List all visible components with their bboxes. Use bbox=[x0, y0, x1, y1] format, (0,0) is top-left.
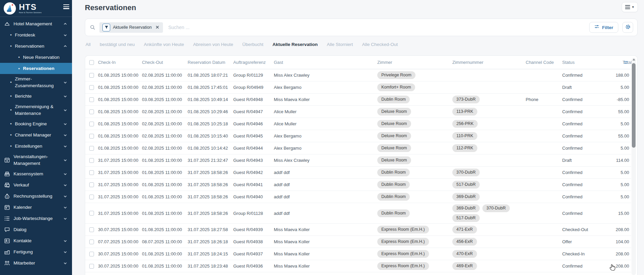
sidebar-item-kassensystem[interactable]: Kassensystem bbox=[0, 168, 72, 179]
chevron-down-icon[interactable] bbox=[63, 158, 67, 162]
sidebar-item-booking-engine[interactable]: •Booking Engine bbox=[0, 118, 72, 129]
column-header-channel-code[interactable]: Channel Code bbox=[526, 60, 562, 65]
chevron-down-icon[interactable] bbox=[63, 205, 67, 209]
settings-gear-button[interactable] bbox=[622, 22, 633, 33]
table-row[interactable]: 01.08.2025 15:00:0002.08.2025 11:00:0001… bbox=[85, 106, 631, 118]
table-row[interactable]: 01.08.2025 15:00:0002.08.2025 11:00:0001… bbox=[85, 130, 631, 142]
scrollbar-thumb[interactable] bbox=[632, 63, 636, 148]
row-checkbox[interactable] bbox=[89, 252, 94, 256]
row-checkbox[interactable] bbox=[89, 227, 94, 232]
tab-abreisen-von-heute[interactable]: Abreisen von Heute bbox=[193, 42, 233, 47]
chevron-down-icon[interactable] bbox=[63, 250, 67, 254]
sidebar-item-neue-reservation[interactable]: •Neue Reservation bbox=[0, 52, 72, 63]
sidebar-item-rechnungsstellung[interactable]: $Rechnungsstellung bbox=[0, 191, 72, 202]
column-header-auftragsreferenz[interactable]: Auftragsreferenz bbox=[233, 60, 274, 65]
sidebar-item-dialog[interactable]: Dialog bbox=[0, 224, 72, 235]
row-checkbox[interactable] bbox=[89, 240, 94, 244]
row-checkbox[interactable] bbox=[89, 195, 94, 199]
hts-logo-icon[interactable] bbox=[3, 2, 16, 15]
sidebar-item-veranstaltungen-management[interactable]: Veranstaltungen-Management bbox=[0, 152, 72, 168]
sidebar-item-zimmer-zusammenfassung[interactable]: •Zimmer-Zusammenfassung bbox=[0, 74, 72, 91]
chevron-down-icon[interactable] bbox=[63, 80, 67, 84]
sidebar-item-mitarbeiter[interactable]: Mitarbeiter bbox=[0, 257, 72, 269]
row-checkbox[interactable] bbox=[89, 182, 94, 187]
sidebar-item-reservationen[interactable]: •Reservationen bbox=[0, 41, 72, 52]
row-checkbox[interactable] bbox=[89, 264, 94, 269]
sidebar-item-reservationen[interactable]: •Reservationen bbox=[0, 63, 72, 74]
chevron-down-icon[interactable] bbox=[63, 194, 67, 198]
tab-berbucht[interactable]: Überbucht bbox=[242, 42, 263, 47]
table-row[interactable]: 31.07.2025 15:00:0001.08.2025 11:00:0031… bbox=[85, 191, 631, 203]
chevron-up-icon[interactable] bbox=[63, 22, 67, 26]
table-row[interactable]: 31.07.2025 15:00:0001.08.2025 11:00:0031… bbox=[85, 167, 631, 179]
row-checkbox[interactable] bbox=[89, 211, 94, 216]
row-checkbox[interactable] bbox=[89, 134, 94, 139]
table-row[interactable]: 01.08.2025 15:00:0002.08.2025 11:00:0001… bbox=[85, 69, 631, 81]
sidebar-item-zimmerreinigung-maintenance[interactable]: •Zimmerreinigung & Maintenance bbox=[0, 102, 72, 118]
row-checkbox[interactable] bbox=[89, 158, 94, 163]
column-header-reservation-datum[interactable]: Reservation Datum bbox=[188, 60, 233, 65]
row-checkbox[interactable] bbox=[89, 146, 94, 151]
row-checkbox[interactable] bbox=[89, 109, 94, 114]
search-input[interactable] bbox=[168, 25, 589, 30]
sidebar-item-kalender[interactable]: Kalender bbox=[0, 202, 72, 213]
table-row[interactable]: 31.07.2025 15:00:0001.08.2025 11:00:0031… bbox=[85, 154, 631, 167]
active-filter-chip[interactable]: Aktuelle Reservation bbox=[99, 22, 163, 33]
sidebar-toggle-icon[interactable] bbox=[63, 4, 69, 10]
column-header-status[interactable]: Status bbox=[562, 60, 606, 65]
column-header-gast[interactable]: Gast bbox=[274, 60, 377, 65]
chip-close-icon[interactable] bbox=[155, 25, 160, 30]
sidebar-item-channel-manager[interactable]: •Channel Manager bbox=[0, 129, 72, 141]
chevron-down-icon[interactable] bbox=[63, 33, 67, 37]
tab-alle-storniert[interactable]: Alle Storniert bbox=[327, 42, 353, 47]
chevron-down-icon[interactable] bbox=[63, 172, 67, 176]
column-header-check-in[interactable]: Check-In bbox=[98, 60, 142, 65]
view-switcher-button[interactable]: ▼ bbox=[622, 2, 638, 12]
chevron-down-icon[interactable] bbox=[63, 144, 67, 148]
table-row[interactable]: 30.07.2025 15:00:0001.08.2025 11:00:0031… bbox=[85, 260, 631, 272]
table-row[interactable]: 07.07.2025 15:00:0008.07.2025 11:00:0031… bbox=[85, 236, 631, 248]
sidebar-item-hotel-management[interactable]: Hotel Management bbox=[0, 18, 72, 29]
chevron-down-icon[interactable] bbox=[63, 261, 67, 265]
select-all-checkbox[interactable] bbox=[89, 60, 94, 65]
chevron-down-icon[interactable] bbox=[63, 94, 67, 98]
sidebar-item-berichte[interactable]: •Berichte bbox=[0, 91, 72, 102]
sidebar-item-fertigung[interactable]: Fertigung bbox=[0, 246, 72, 257]
table-row[interactable]: 01.08.2025 15:00:0003.08.2025 11:00:0001… bbox=[85, 94, 631, 106]
tab-all[interactable]: All bbox=[86, 42, 91, 47]
sidebar-item-einstellungen[interactable]: •Einstellungen bbox=[0, 141, 72, 152]
row-checkbox[interactable] bbox=[89, 97, 94, 102]
table-row[interactable]: 31.07.2025 15:00:0001.08.2025 11:00:0031… bbox=[85, 179, 631, 191]
column-header-zimmer[interactable]: Zimmer bbox=[377, 60, 452, 65]
table-row[interactable]: 31.07.2025 15:00:0001.08.2025 11:00:0031… bbox=[85, 203, 631, 224]
table-row[interactable]: 30.07.2025 15:00:0001.08.2025 11:00:0031… bbox=[85, 248, 631, 260]
chevron-up-icon[interactable] bbox=[63, 44, 67, 48]
scrollbar-up-arrow-icon[interactable] bbox=[633, 58, 635, 60]
chevron-down-icon[interactable] bbox=[63, 217, 67, 221]
tab-best-tigt-und-neu[interactable]: bestätigt und neu bbox=[100, 42, 135, 47]
sidebar-item-verkauf[interactable]: Verkauf bbox=[0, 179, 72, 191]
chevron-down-icon[interactable] bbox=[63, 108, 67, 112]
chevron-down-icon[interactable] bbox=[63, 183, 67, 187]
tab-alle-checked-out[interactable]: Alle Checked-Out bbox=[362, 42, 398, 47]
table-scrollbar[interactable] bbox=[631, 58, 636, 275]
sidebar-item-job-warteschlange[interactable]: Job-Warteschlange bbox=[0, 213, 72, 224]
row-checkbox[interactable] bbox=[89, 122, 94, 126]
filter-button[interactable]: Filter bbox=[589, 22, 618, 33]
table-row[interactable]: 01.08.2025 15:00:0002.08.2025 11:00:0001… bbox=[85, 142, 631, 154]
sidebar-item-kontakte[interactable]: Kontakte bbox=[0, 235, 72, 246]
row-checkbox[interactable] bbox=[89, 170, 94, 175]
tab-ank-nfte-von-heute[interactable]: Ankünfte von Heute bbox=[144, 42, 184, 47]
sidebar-item-frontdesk[interactable]: •Frontdesk bbox=[0, 29, 72, 41]
column-header-check-out[interactable]: Check-Out bbox=[142, 60, 188, 65]
chevron-down-icon[interactable] bbox=[63, 239, 67, 243]
table-row[interactable]: 01.08.2025 15:00:0002.08.2025 11:00:0001… bbox=[85, 118, 631, 130]
chevron-down-icon[interactable] bbox=[63, 122, 67, 126]
row-checkbox[interactable] bbox=[89, 85, 94, 90]
column-settings-icon[interactable] bbox=[623, 60, 628, 65]
row-checkbox[interactable] bbox=[89, 73, 94, 78]
tab-aktuelle-reservation[interactable]: Aktuelle Reservation bbox=[272, 42, 318, 47]
table-row[interactable]: 30.07.2025 15:00:0001.08.2025 11:00:0031… bbox=[85, 224, 631, 236]
column-header-zimmernummer[interactable]: Zimmernummer bbox=[452, 60, 526, 65]
chevron-down-icon[interactable] bbox=[63, 133, 67, 137]
